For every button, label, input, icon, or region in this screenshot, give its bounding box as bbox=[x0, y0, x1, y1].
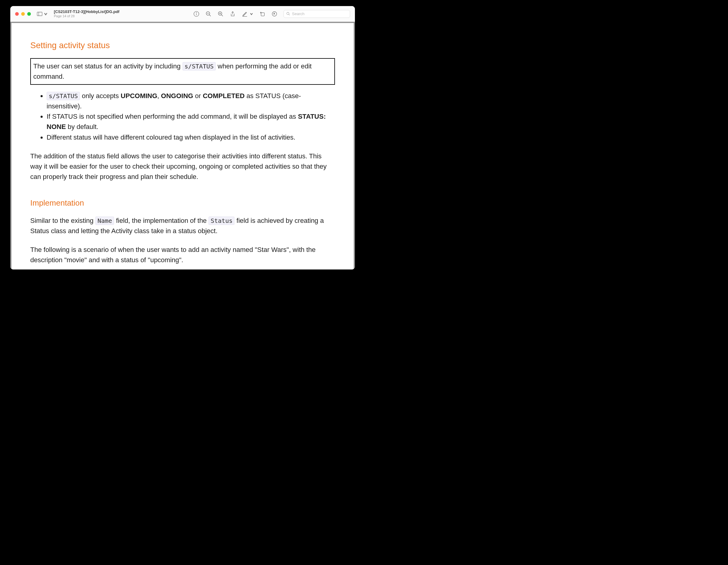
fullscreen-window-button[interactable] bbox=[27, 12, 31, 16]
list-item: Different status will have different col… bbox=[47, 132, 335, 143]
text-fragment: field, the implementation of the bbox=[114, 217, 208, 224]
svg-point-4 bbox=[196, 12, 196, 13]
document-page: Setting activity status The user can set… bbox=[11, 23, 354, 269]
text-fragment: or bbox=[193, 92, 203, 100]
titlebar: [CS2103T-T12-3][HobbyList]DG.pdf Page 14… bbox=[10, 6, 355, 22]
svg-line-6 bbox=[209, 15, 211, 16]
boxed-paragraph: The user can set status for an activity … bbox=[33, 61, 332, 82]
info-button[interactable] bbox=[193, 11, 199, 17]
rotate-icon bbox=[259, 11, 265, 17]
markup-button[interactable] bbox=[242, 11, 248, 17]
list-item: If STATUS is not specified when performi… bbox=[47, 111, 335, 132]
highlighted-box: The user can set status for an activity … bbox=[30, 58, 335, 85]
text-fragment: by default. bbox=[66, 123, 99, 130]
share-button[interactable] bbox=[230, 11, 236, 17]
share-icon bbox=[230, 11, 236, 17]
highlight-button[interactable] bbox=[271, 11, 277, 17]
zoom-in-icon bbox=[218, 11, 224, 17]
document-viewport[interactable]: Setting activity status The user can set… bbox=[10, 22, 355, 269]
heading-setting-activity-status: Setting activity status bbox=[30, 41, 335, 50]
paragraph: The following is a scenario of when the … bbox=[30, 245, 335, 265]
svg-rect-0 bbox=[37, 12, 42, 16]
paragraph: The addition of the status field allows … bbox=[30, 151, 335, 182]
code-name: Name bbox=[95, 216, 114, 225]
app-window: [CS2103T-T12-3][HobbyList]DG.pdf Page 14… bbox=[10, 6, 355, 269]
svg-line-9 bbox=[221, 15, 223, 16]
page-indicator: Page 14 of 28 bbox=[54, 14, 120, 18]
search-input[interactable] bbox=[292, 11, 347, 16]
paragraph: Similar to the existing Name field, the … bbox=[30, 215, 335, 236]
code-sstatus: s/STATUS bbox=[47, 92, 80, 100]
list-item: s/STATUS only accepts UPCOMING, ONGOING … bbox=[47, 91, 335, 111]
text-bold: ONGOING bbox=[161, 92, 193, 100]
zoom-in-button[interactable] bbox=[218, 11, 224, 17]
heading-implementation: Implementation bbox=[30, 198, 335, 208]
bullet-list: s/STATUS only accepts UPCOMING, ONGOING … bbox=[30, 91, 335, 142]
highlighter-icon bbox=[271, 11, 277, 17]
minimize-window-button[interactable] bbox=[21, 12, 25, 16]
sidebar-toggle-button[interactable] bbox=[36, 11, 49, 17]
text-bold: COMPLETED bbox=[203, 92, 244, 100]
text-fragment: The user can set status for an activity … bbox=[33, 62, 182, 70]
text-fragment: If STATUS is not specified when performi… bbox=[47, 113, 298, 120]
zoom-out-icon bbox=[205, 11, 212, 17]
close-window-button[interactable] bbox=[15, 12, 19, 16]
text-fragment: Similar to the existing bbox=[30, 217, 95, 224]
svg-line-16 bbox=[289, 14, 290, 15]
traffic-lights bbox=[15, 12, 31, 16]
text-fragment: only accepts bbox=[80, 92, 121, 100]
code-sstatus: s/STATUS bbox=[182, 62, 216, 71]
code-status: Status bbox=[208, 216, 234, 225]
svg-rect-13 bbox=[261, 12, 264, 16]
toolbar bbox=[193, 10, 350, 18]
info-icon bbox=[193, 11, 199, 17]
document-title: [CS2103T-T12-3][HobbyList]DG.pdf bbox=[54, 9, 120, 14]
zoom-out-button[interactable] bbox=[205, 11, 212, 17]
rotate-button[interactable] bbox=[259, 11, 265, 17]
markup-dropdown-button[interactable] bbox=[250, 11, 253, 17]
search-box[interactable] bbox=[284, 10, 350, 18]
text-fragment: , bbox=[157, 92, 161, 100]
pencil-icon bbox=[242, 11, 248, 17]
svg-point-15 bbox=[287, 12, 289, 15]
chevron-down-icon bbox=[250, 11, 253, 17]
title-block: [CS2103T-T12-3][HobbyList]DG.pdf Page 14… bbox=[54, 9, 120, 18]
chevron-down-icon bbox=[43, 12, 48, 16]
sidebar-icon bbox=[37, 12, 42, 16]
search-icon bbox=[286, 12, 290, 16]
text-bold: UPCOMING bbox=[121, 92, 157, 100]
